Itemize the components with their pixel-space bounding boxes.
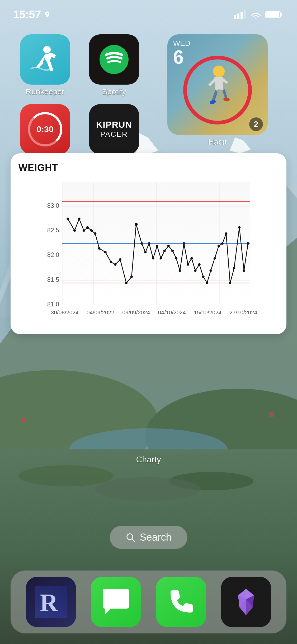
habit-date: WED 6 — [173, 39, 190, 67]
svg-rect-100 — [35, 586, 67, 618]
app-runkeeper[interactable]: Runkeeper — [11, 34, 79, 96]
svg-point-74 — [187, 263, 189, 266]
svg-point-57 — [114, 263, 116, 266]
signal-icon — [234, 10, 246, 19]
svg-rect-14 — [21, 418, 26, 422]
svg-point-73 — [183, 242, 185, 245]
svg-point-50 — [83, 229, 85, 232]
svg-point-88 — [243, 269, 245, 272]
svg-point-24 — [100, 45, 129, 74]
time-display: 15:57 — [13, 8, 41, 21]
svg-text:04/09/2022: 04/09/2022 — [87, 309, 114, 315]
svg-point-26 — [213, 66, 225, 76]
svg-text:09/09/2024: 09/09/2024 — [122, 309, 150, 315]
svg-point-82 — [218, 245, 220, 247]
location-icon — [44, 11, 51, 18]
svg-point-66 — [156, 245, 158, 247]
svg-text:82,5: 82,5 — [47, 227, 59, 234]
dock-reeder[interactable]: R — [26, 577, 76, 627]
dock-phone[interactable] — [156, 577, 206, 627]
status-time: 15:57 — [13, 8, 51, 21]
obsidian-icon — [230, 586, 262, 618]
svg-point-58 — [119, 258, 121, 261]
search-pill[interactable]: Search — [110, 526, 187, 549]
svg-point-65 — [152, 257, 154, 259]
habit-label: Habit — [208, 137, 227, 146]
runkeeper-icon — [20, 34, 70, 85]
svg-text:83,0: 83,0 — [47, 202, 59, 209]
svg-rect-22 — [266, 12, 279, 17]
svg-point-78 — [202, 275, 205, 278]
svg-point-75 — [190, 257, 193, 259]
svg-point-62 — [140, 242, 143, 245]
svg-point-61 — [135, 223, 138, 226]
svg-point-60 — [130, 275, 133, 278]
svg-rect-16 — [234, 15, 236, 19]
status-bar: 15:57 — [0, 0, 297, 24]
svg-point-68 — [163, 250, 166, 252]
search-icon — [125, 532, 135, 542]
svg-point-49 — [78, 218, 80, 220]
dock: R — [11, 571, 286, 633]
status-indicators — [234, 10, 284, 19]
svg-point-48 — [73, 229, 76, 232]
svg-point-64 — [148, 242, 150, 245]
svg-rect-19 — [244, 10, 246, 19]
weight-widget: WEIGHT — [11, 153, 286, 334]
svg-point-28 — [223, 97, 230, 102]
svg-text:27/10/2024: 27/10/2024 — [229, 309, 257, 315]
kiprun-pacer-icon: KIPRUN PACER — [89, 104, 139, 154]
runkeeper-label: Runkeeper — [26, 87, 64, 96]
battery-icon — [265, 10, 284, 19]
svg-point-51 — [86, 226, 89, 229]
svg-point-52 — [90, 229, 93, 232]
svg-point-63 — [144, 251, 147, 253]
svg-point-13 — [95, 477, 201, 501]
svg-rect-21 — [281, 13, 282, 16]
interval-timer-icon: 0:30 — [20, 104, 70, 154]
dock-obsidian[interactable] — [221, 577, 271, 627]
dock-messages[interactable] — [91, 577, 141, 627]
habit-widget-icon: WED 6 — [167, 34, 268, 135]
spotify-label: Spotify — [102, 87, 126, 96]
svg-point-27 — [209, 99, 216, 105]
svg-text:30/08/2024: 30/08/2024 — [51, 309, 79, 315]
charty-label: Charty — [136, 455, 161, 464]
svg-point-47 — [67, 218, 69, 220]
habit-figure — [196, 61, 239, 108]
svg-point-84 — [225, 232, 227, 235]
svg-point-83 — [221, 242, 224, 245]
svg-point-85 — [229, 282, 231, 284]
svg-point-23 — [43, 46, 51, 53]
svg-point-67 — [160, 257, 162, 259]
svg-rect-15 — [269, 412, 274, 417]
svg-text:82,0: 82,0 — [47, 251, 59, 258]
svg-point-59 — [125, 282, 128, 284]
svg-point-70 — [171, 250, 174, 252]
weight-chart: 83,0 82,5 82,0 81,5 81,0 — [18, 179, 279, 327]
spotify-icon — [89, 34, 139, 85]
weight-widget-title: WEIGHT — [18, 162, 279, 173]
svg-point-79 — [206, 282, 208, 284]
search-label: Search — [140, 532, 171, 543]
svg-point-86 — [233, 267, 235, 269]
svg-point-72 — [179, 269, 181, 272]
svg-point-77 — [198, 263, 200, 266]
svg-point-89 — [247, 242, 249, 245]
svg-text:81,0: 81,0 — [47, 301, 59, 308]
svg-point-71 — [175, 257, 177, 259]
app-habit[interactable]: WED 6 — [149, 34, 287, 166]
app-grid: Runkeeper Spotify WED 6 — [11, 34, 286, 166]
wifi-icon — [250, 10, 262, 19]
svg-point-55 — [104, 251, 107, 253]
interval-timer-display: 0:30 — [28, 112, 62, 146]
messages-icon — [100, 586, 132, 618]
svg-point-81 — [214, 257, 216, 259]
search-bar[interactable]: Search — [110, 526, 187, 549]
svg-point-76 — [194, 269, 196, 272]
svg-point-11 — [18, 465, 114, 486]
svg-rect-17 — [237, 13, 239, 19]
svg-rect-18 — [241, 12, 243, 19]
app-spotify[interactable]: Spotify — [79, 34, 148, 96]
svg-point-87 — [238, 226, 241, 229]
